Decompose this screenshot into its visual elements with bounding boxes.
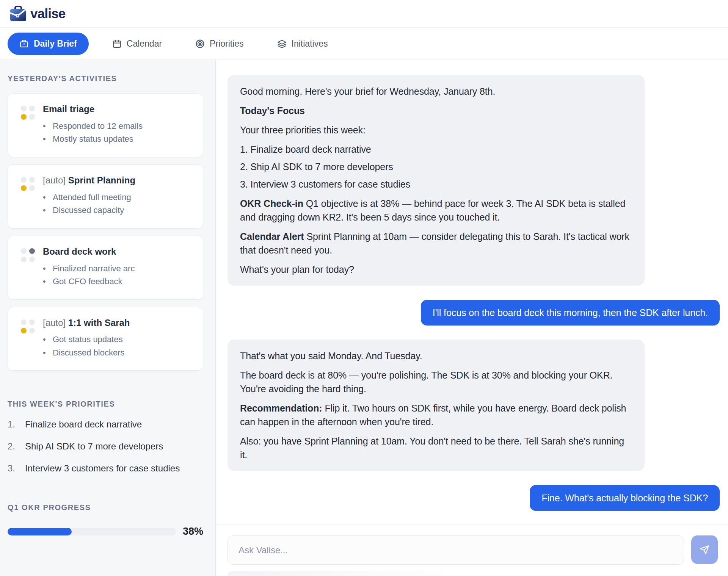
bullet-icon: • (43, 262, 53, 275)
status-dot (21, 319, 27, 325)
priorities-heading: THIS WEEK'S PRIORITIES (8, 400, 203, 409)
status-dot (21, 248, 27, 254)
activity-bullets: •Finalized narrative arc •Got CFO feedba… (43, 262, 135, 288)
target-icon (195, 39, 205, 49)
layers-icon (277, 39, 287, 49)
user-message: Fine. What's actually blocking the SDK? (530, 485, 720, 511)
activity-card-sprint-planning[interactable]: [auto] Sprint Planning •Attended full me… (8, 164, 203, 229)
status-dot (29, 106, 35, 111)
next-message-peek (228, 571, 470, 576)
dot-grid-icon (21, 106, 35, 120)
tab-priorities[interactable]: Priorities (185, 33, 253, 55)
brand-logo: valise (10, 6, 66, 22)
briefcase-logo-icon (10, 6, 27, 22)
status-dot (29, 248, 35, 254)
priority-item: 1. Finalize board deck narrative (8, 419, 203, 430)
brand-name: valise (30, 6, 66, 21)
user-message: I'll focus on the board deck this mornin… (421, 300, 720, 326)
bullet-icon: • (43, 191, 53, 204)
bullet-icon: • (43, 346, 53, 360)
tab-label: Priorities (210, 39, 243, 49)
okr-heading: Q1 OKR PROGRESS (8, 503, 203, 512)
tab-label: Initiatives (292, 39, 328, 49)
status-dot (29, 177, 35, 183)
dot-grid-icon (21, 248, 35, 262)
activity-title: [auto] Sprint Planning (43, 175, 135, 186)
status-dot (21, 106, 27, 111)
activity-title: [auto] 1:1 with Sarah (43, 318, 130, 329)
activity-card-board-deck[interactable]: Board deck work •Finalized narrative arc… (8, 236, 203, 300)
tab-label: Daily Brief (34, 39, 77, 49)
paper-plane-icon (699, 544, 710, 556)
tab-calendar[interactable]: Calendar (102, 33, 172, 55)
activity-card-one-on-one-sarah[interactable]: [auto] 1:1 with Sarah •Got status update… (8, 307, 203, 371)
status-dot (21, 257, 27, 262)
bullet-icon: • (43, 133, 53, 146)
composer (216, 524, 728, 576)
assistant-message: Good morning. Here's your brief for Wedn… (228, 75, 645, 286)
status-dot (29, 114, 35, 120)
okr-progress-track (8, 528, 176, 535)
tab-initiatives[interactable]: Initiatives (267, 33, 338, 55)
dot-grid-icon (21, 319, 35, 333)
app-header: valise (0, 0, 728, 28)
sidebar-divider (8, 383, 203, 383)
activity-card-email-triage[interactable]: Email triage •Responded to 12 emails •Mo… (8, 93, 203, 157)
activity-bullets: •Attended full meeting •Discussed capaci… (43, 191, 135, 217)
bullet-icon: • (43, 275, 53, 288)
activity-title: Email triage (43, 104, 143, 115)
calendar-icon (112, 39, 122, 49)
sidebar-divider (8, 487, 203, 487)
status-dot (29, 257, 35, 262)
bullet-icon: • (43, 120, 53, 133)
status-dot (21, 114, 27, 120)
send-button[interactable] (691, 535, 718, 564)
bullet-icon: • (43, 204, 53, 217)
ask-valise-input[interactable] (228, 535, 684, 565)
sidebar: YESTERDAY'S ACTIVITIES Email triage •Res… (0, 60, 216, 576)
main-nav: Daily Brief Calendar Priorities (0, 28, 728, 60)
activity-bullets: •Got status updates •Discussed blockers (43, 333, 130, 359)
bullet-icon: • (43, 333, 53, 346)
okr-progress-row: 38% (8, 526, 203, 537)
chat-panel: Good morning. Here's your brief for Wedn… (216, 60, 728, 576)
priority-item: 3. Interview 3 customers for case studie… (8, 463, 203, 474)
activity-bullets: •Responded to 12 emails •Mostly status u… (43, 120, 143, 146)
status-dot (21, 177, 27, 183)
status-dot (29, 185, 35, 191)
status-dot (29, 328, 35, 333)
status-dot (21, 185, 27, 191)
assistant-message: That's what you said Monday. And Tuesday… (228, 340, 645, 471)
activities-heading: YESTERDAY'S ACTIVITIES (8, 74, 203, 83)
briefcase-icon (19, 39, 29, 49)
tab-daily-brief[interactable]: Daily Brief (8, 33, 89, 55)
activity-title: Board deck work (43, 246, 135, 257)
tab-label: Calendar (127, 39, 162, 49)
okr-progress-fill (8, 528, 72, 535)
priority-item: 2. Ship AI SDK to 7 more developers (8, 441, 203, 452)
status-dot (29, 319, 35, 325)
dot-grid-icon (21, 177, 35, 191)
priorities-list: 1. Finalize board deck narrative 2. Ship… (8, 419, 203, 474)
okr-percent-label: 38% (183, 526, 203, 537)
message-list: Good morning. Here's your brief for Wedn… (216, 60, 728, 524)
app-window: valise Daily Brief Calendar (0, 0, 728, 576)
status-dot (21, 328, 27, 333)
